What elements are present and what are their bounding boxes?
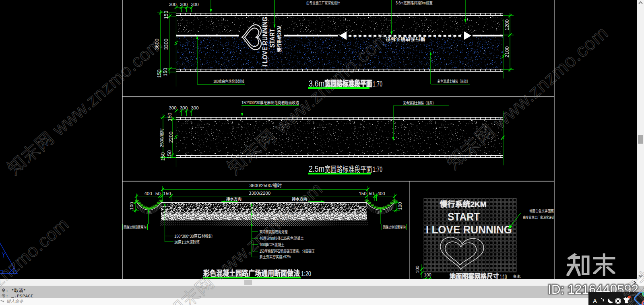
svg-text:2500/缩时: 2500/缩时 (159, 128, 164, 147)
svg-text:园路边侧设置草沟: 园路边侧设置草沟 (124, 225, 147, 229)
svg-text:I LOVE RUNNING: I LOVE RUNNING (261, 17, 268, 67)
svg-text:30厚1:3水泥砂浆: 30厚1:3水泥砂浆 (174, 240, 200, 245)
svg-text:150: 150 (163, 11, 169, 19)
svg-text:排水方向: 排水方向 (226, 197, 242, 201)
svg-text:150: 150 (163, 68, 168, 76)
svg-text:慢行系统2KM: 慢行系统2KM (440, 200, 487, 208)
svg-text:备注:: 备注: (513, 274, 521, 278)
svg-text:300: 300 (191, 2, 198, 7)
svg-text:彩色混凝土铺装（灰蓝）: 彩色混凝土铺装（灰蓝） (438, 79, 470, 84)
svg-text:2.5m: 2.5m (309, 164, 324, 174)
svg-text:150: 150 (359, 191, 366, 196)
svg-text:50: 50 (369, 191, 374, 196)
svg-text:300: 300 (169, 2, 176, 7)
svg-text:慢行系统箭头标识: 慢行系统箭头标识 (386, 36, 425, 42)
svg-text:100: 100 (424, 272, 431, 277)
svg-text:100: 100 (129, 202, 134, 210)
svg-text:彩色混凝土铺装（浅灰）: 彩色混凝土铺装（浅灰） (403, 101, 436, 105)
svg-text:150: 150 (160, 152, 166, 161)
svg-text:A: A (593, 297, 597, 304)
svg-text:园路边侧设置草沟: 园路边侧设置草沟 (383, 225, 406, 229)
svg-text:由专业施工厂家深化设计: 由专业施工厂家深化设计 (523, 215, 555, 220)
svg-text:START: START (448, 211, 480, 223)
svg-text:宽园路标准段平面: 宽园路标准段平面 (325, 165, 372, 174)
svg-text:150厚级配碎石垫层碾压密实，分层碾压: 150厚级配碎石垫层碾压密实，分层碾压 (260, 249, 315, 253)
svg-text:300: 300 (180, 105, 188, 110)
svg-text:1200: 1200 (504, 19, 510, 31)
svg-text:1:70: 1:70 (373, 80, 382, 88)
svg-text:2200: 2200 (168, 132, 174, 143)
svg-text:地面图案网格尺寸: 地面图案网格尺寸 (450, 272, 499, 279)
svg-text:150: 150 (157, 70, 162, 78)
svg-text:150: 150 (163, 191, 171, 196)
svg-text:START: START (268, 29, 276, 48)
svg-text:300: 300 (169, 105, 176, 110)
svg-text:1:70: 1:70 (373, 165, 382, 173)
svg-text:400: 400 (377, 191, 385, 196)
svg-text:300: 300 (191, 105, 198, 110)
svg-text:150: 150 (167, 113, 173, 121)
svg-text:400: 400 (144, 191, 152, 196)
svg-text:300: 300 (180, 2, 188, 7)
svg-text:100宽白色热熔漆划线: 100宽白色热熔漆划线 (213, 79, 244, 84)
svg-text:3.6m宽园路间距0m设置: 3.6m宽园路间距0m设置 (396, 0, 433, 5)
svg-text:2100: 2100 (504, 46, 510, 58)
svg-text:150*300*30厚石材收边: 150*300*30厚石材收边 (174, 234, 213, 239)
svg-text:慢行系统2KM: 慢行系统2KM (277, 26, 282, 52)
svg-text:100: 100 (398, 202, 402, 210)
svg-text:150: 150 (167, 150, 172, 159)
svg-text:3300/2200: 3300/2200 (249, 191, 270, 196)
svg-text:1:10: 1:10 (500, 274, 507, 280)
svg-text:1:20: 1:20 (301, 270, 311, 278)
svg-text:地面白色文字图案: 地面白色文字图案 (529, 209, 554, 213)
svg-text:I LOVE RUNNING: I LOVE RUNNING (426, 224, 512, 236)
svg-text:100: 100 (415, 266, 420, 273)
svg-text:3600/2500/缩时: 3600/2500/缩时 (250, 183, 282, 188)
svg-text:由专业施工厂家深化设计: 由专业施工厂家深化设计 (306, 0, 340, 5)
svg-text:素土夯实夯实度≥92%: 素土夯实夯实度≥92% (260, 254, 291, 259)
